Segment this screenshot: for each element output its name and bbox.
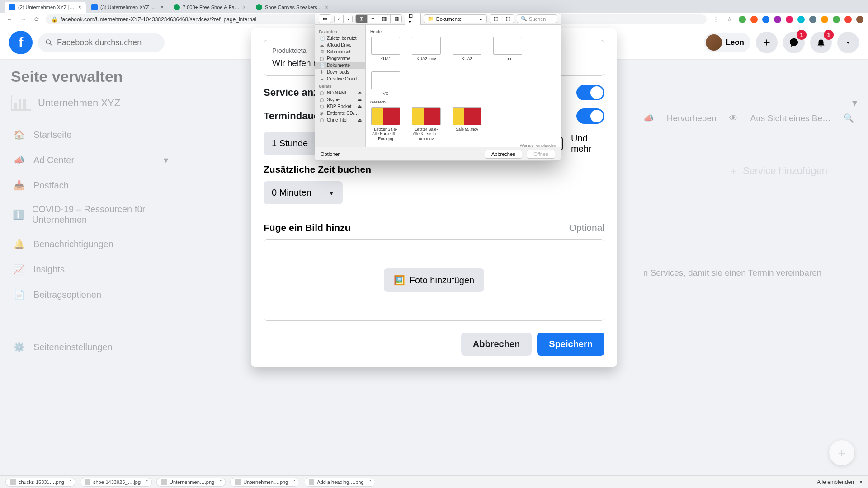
ext-icon[interactable] (797, 16, 805, 23)
show-service-toggle[interactable] (576, 85, 604, 100)
icon-view-icon[interactable]: ⊞ (356, 15, 368, 23)
share-icon[interactable]: ⬚ (502, 15, 514, 23)
file-item[interactable]: Letzter Sale- Alle Kurse fü…uro.mov (411, 107, 442, 141)
download-item[interactable]: Unternehmen….png⌃ (230, 478, 299, 487)
caret-icon[interactable]: ⌃ (219, 479, 222, 484)
highlight-link[interactable]: Hervorheben (667, 113, 717, 123)
plus-button[interactable] (756, 32, 778, 53)
sidebar-item[interactable]: ⚙️Seiteneinstellungen (8, 334, 173, 360)
caret-icon[interactable]: ⌃ (368, 479, 372, 484)
close-icon[interactable]: × (325, 4, 328, 10)
sidebar-item[interactable]: ▢Programme (315, 55, 365, 62)
file-item[interactable]: KUA1 (370, 37, 401, 61)
sidebar-item[interactable]: ▢Skype⏏ (315, 96, 365, 103)
open-button[interactable]: Öffnen (527, 150, 555, 159)
back-icon[interactable]: ← (5, 16, 14, 23)
ext-icon[interactable] (750, 16, 758, 23)
tab-4[interactable]: Shoe Canvas Sneakers - Fr× (251, 2, 333, 13)
user-chip[interactable]: Leon (704, 33, 750, 52)
sidebar-item[interactable]: 🖥Schreibtisch (315, 48, 365, 55)
download-item[interactable]: shoe-1433925_….jpg⌃ (80, 478, 152, 487)
file-item[interactable]: KUA3 (452, 37, 482, 61)
cancel-button[interactable]: Abbrechen (485, 150, 522, 159)
extensions-icon[interactable]: ⋮ (711, 16, 721, 23)
sidebar-item[interactable]: 📥Postfach (8, 173, 173, 198)
sidebar-item[interactable]: ☁iCloud Drive (315, 42, 365, 48)
view-as-link[interactable]: Aus Sicht eines Be… (750, 113, 831, 123)
show-all-link[interactable]: Alle einblenden (817, 479, 854, 485)
show-less-link[interactable]: Weniger einblenden (370, 143, 556, 147)
sidebar-item[interactable]: 📣Ad Center▾ (8, 147, 173, 173)
close-icon[interactable]: × (243, 4, 246, 10)
search-icon[interactable]: 🔍 (844, 113, 854, 123)
column-view-icon[interactable]: ▥ (378, 15, 391, 23)
gallery-view-icon[interactable]: ▦ (391, 15, 402, 23)
file-item[interactable]: KUA2.mov (411, 37, 442, 61)
list-view-icon[interactable]: ≡ (368, 15, 378, 23)
forward-icon[interactable]: › (344, 15, 353, 23)
notifications-button[interactable]: 1 (810, 32, 832, 53)
file-item[interactable]: opp (492, 37, 523, 61)
sidebar-item[interactable]: 🔔Benachrichtigungen (8, 231, 173, 257)
location-dropdown[interactable]: 📁Dokumente⌄ (424, 14, 487, 23)
tab-1[interactable]: (2) Unternehmen XYZ | Faceb× (5, 2, 86, 13)
ext-icon[interactable] (739, 16, 746, 23)
tab-2[interactable]: (3) Unternehmen XYZ | Face× (87, 2, 168, 13)
forward-icon[interactable]: → (19, 16, 28, 23)
ext-icon[interactable] (821, 16, 828, 23)
search-input[interactable] (38, 33, 165, 52)
duration-toggle[interactable] (576, 108, 604, 124)
reload-icon[interactable]: ⟳ (33, 16, 41, 23)
sidebar-item[interactable]: ☁Creative Cloud… (315, 75, 365, 82)
sidebar-item[interactable]: ℹ️COVID-19 – Ressourcen für Unternehmen (8, 198, 173, 231)
caret-icon[interactable]: ⌃ (292, 479, 296, 484)
back-icon[interactable]: ‹ (335, 15, 344, 23)
sidebar-item-selected[interactable]: 📄Dokumente (315, 62, 365, 69)
extra-dropdown[interactable]: 0 Minuten▼ (264, 181, 343, 204)
star-icon[interactable]: ☆ (725, 16, 734, 23)
close-icon[interactable]: × (859, 479, 863, 485)
sidebar-item[interactable]: 🕐Zuletzt benutzt (315, 35, 365, 42)
sidebar-item[interactable]: 📈Insights (8, 257, 173, 282)
tab-3[interactable]: 7,000+ Free Shoe & Fashion I× (169, 2, 250, 13)
ext-icon[interactable] (786, 16, 793, 23)
ext-icon[interactable] (833, 16, 840, 23)
save-button[interactable]: Speichern (537, 333, 604, 356)
file-item[interactable]: Sale 95.mov (452, 107, 482, 141)
options-link[interactable]: Optionen (321, 151, 341, 157)
ext-icon[interactable] (774, 16, 781, 23)
sidebar-item[interactable]: ▢KDP Rocket⏏ (315, 103, 365, 110)
photo-dropzone[interactable]: 🖼️ Foto hinzufügen (264, 239, 604, 321)
sidebar-toggle-icon[interactable]: ▭ (319, 15, 331, 23)
avatar-icon[interactable] (856, 16, 863, 23)
file-item[interactable]: VC (370, 71, 401, 96)
search-field[interactable] (57, 38, 157, 47)
add-photo-button[interactable]: 🖼️ Foto hinzufügen (384, 268, 484, 292)
sidebar-item[interactable]: 🏠Startseite (8, 122, 173, 147)
cancel-button[interactable]: Abbrechen (461, 333, 532, 356)
file-item[interactable]: Letzter Sale- Alle Kurse fü…Euro.jpg (370, 107, 401, 141)
group-icon[interactable]: ⊟ ▾ (405, 13, 420, 26)
finder-search[interactable]: 🔍Suchen (517, 14, 557, 23)
close-icon[interactable]: × (78, 4, 81, 10)
caret-icon[interactable]: ⌃ (69, 479, 72, 484)
sidebar-item[interactable]: ▢NO NAME⏏ (315, 89, 365, 96)
sidebar-item[interactable]: 📄Beitragsoptionen (8, 282, 173, 307)
caret-icon[interactable]: ⌃ (145, 479, 149, 484)
tag-icon[interactable]: ⬚ (490, 15, 502, 23)
download-item[interactable]: chucks-15331….png⌃ (5, 478, 75, 487)
sidebar-item[interactable]: ⬇Downloads (315, 69, 365, 75)
facebook-logo-icon[interactable]: f (9, 31, 33, 54)
sidebar-item[interactable]: ◉Entfernte CD/… (315, 110, 365, 117)
download-item[interactable]: Unternehmen….png⌃ (156, 478, 226, 487)
close-icon[interactable]: × (160, 4, 164, 10)
ext-icon[interactable] (809, 16, 816, 23)
chat-fab[interactable]: ＋ (829, 440, 854, 465)
add-service-button[interactable]: ＋Service hinzufügen (643, 164, 854, 178)
ext-icon[interactable] (762, 16, 769, 23)
messenger-button[interactable]: 1 (783, 32, 805, 53)
sidebar-item[interactable]: ▢Ohne Titel⏏ (315, 117, 365, 123)
download-item[interactable]: Add a heading….png⌃ (304, 478, 375, 487)
caret-button[interactable] (837, 32, 859, 53)
ext-icon[interactable] (844, 16, 852, 23)
